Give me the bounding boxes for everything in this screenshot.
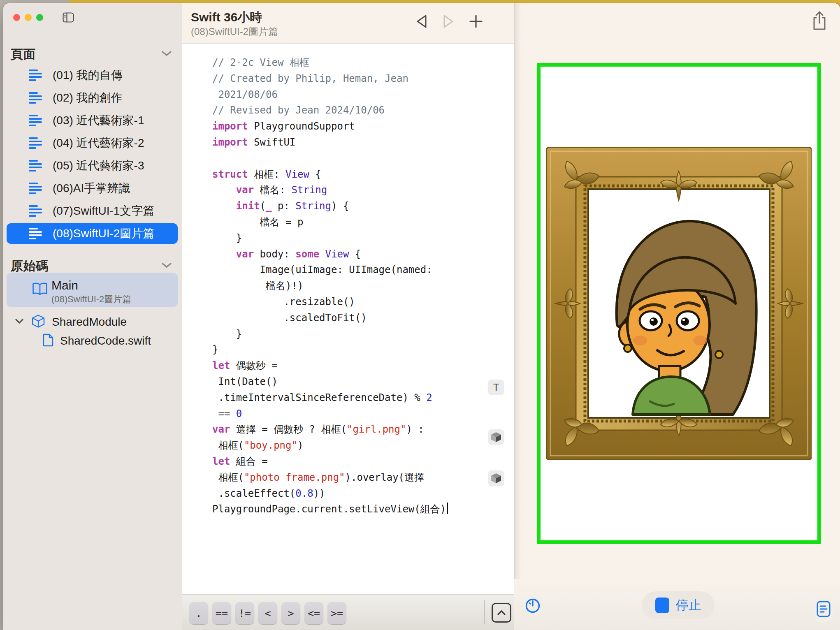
forward-button[interactable]: [439, 12, 457, 30]
log-list-icon: [817, 601, 831, 617]
cube-icon: [491, 432, 501, 442]
code-line[interactable]: struct 相框: View {: [212, 167, 490, 183]
divider: [484, 600, 485, 624]
code-line[interactable]: import SwiftUI: [212, 134, 490, 151]
shortcut-key-!=[interactable]: !=: [235, 602, 254, 624]
code-line[interactable]: import PlaygroundSupport: [212, 118, 490, 134]
sidebar-item-page-2[interactable]: (02) 我的創作: [7, 88, 178, 108]
code-line[interactable]: 2021/08/06: [212, 87, 490, 103]
source-section-header: 原始碼: [11, 258, 49, 275]
code-line[interactable]: // Revised by Jean 2024/10/06: [212, 102, 490, 118]
shortcut-key->[interactable]: >: [281, 602, 300, 624]
result-button-view-1[interactable]: [488, 429, 504, 445]
app-window: 頁面 (01) 我的自傳(02) 我的創作(03) 近代藝術家-1(04) 近代…: [3, 3, 840, 630]
shortcut-key-<[interactable]: <: [258, 602, 277, 624]
sidebar-item-page-5[interactable]: (05) 近代藝術家-3: [7, 155, 178, 176]
share-icon[interactable]: [811, 11, 829, 31]
swift-file-icon: [43, 334, 53, 348]
sidebar-item-page-1[interactable]: (01) 我的自傳: [7, 65, 178, 86]
panel-divider[interactable]: [514, 3, 521, 630]
dismiss-keyboard-button[interactable]: [492, 603, 511, 623]
code-line[interactable]: Int(Date(): [212, 374, 490, 390]
back-button[interactable]: [413, 12, 431, 30]
sidebar-item-label: (08)SwiftUI-2圖片篇: [53, 226, 154, 241]
page-lines-icon: [29, 204, 42, 218]
shortcut-key-==[interactable]: ==: [212, 602, 231, 624]
shortcut-key-<=[interactable]: <=: [304, 602, 323, 624]
cube-icon: [491, 473, 501, 484]
code-line[interactable]: [212, 151, 490, 167]
code-line[interactable]: 相框("boy.png"): [212, 438, 490, 454]
code-line[interactable]: // Created by Philip, Heman, Jean: [212, 71, 490, 87]
code-line[interactable]: }: [212, 342, 490, 358]
code-line[interactable]: let 組合 =: [212, 454, 490, 470]
close-button[interactable]: [13, 14, 20, 21]
code-line[interactable]: var 檔名: String: [212, 182, 490, 198]
code-line[interactable]: var 選擇 = 偶數秒 ? 相框("girl.png") :: [212, 422, 490, 438]
code-line[interactable]: }: [212, 230, 490, 246]
sidebar-item-label: Main: [51, 278, 78, 292]
code-line[interactable]: .resizable(): [212, 294, 490, 310]
code-text[interactable]: // 2-2c View 相框// Created by Philip, Hem…: [212, 55, 490, 517]
sidebar-item-page-8[interactable]: (08)SwiftUI-2圖片篇: [7, 223, 178, 244]
stop-square-icon: [655, 598, 669, 613]
sidebar-item-page-3[interactable]: (03) 近代藝術家-1: [7, 110, 178, 131]
code-line[interactable]: }: [212, 326, 490, 342]
page-lines-icon: [29, 158, 42, 173]
page-lines-icon: [29, 90, 42, 105]
speedometer-icon: [525, 598, 541, 614]
code-line[interactable]: Image(uiImage: UIImage(named:: [212, 262, 490, 278]
pages-section-header: 頁面: [11, 46, 36, 63]
photo-frame-image: [546, 147, 812, 460]
result-button-type[interactable]: T: [488, 380, 504, 395]
shortcut-key->=[interactable]: >=: [327, 602, 346, 624]
sidebar-item-label: (05) 近代藝術家-3: [53, 158, 144, 174]
code-line[interactable]: == 0: [212, 406, 490, 422]
stop-button[interactable]: 停止: [642, 591, 715, 619]
code-line[interactable]: .timeIntervalSinceReferenceDate) % 2: [212, 390, 490, 406]
editor-panel: Swift 36小時 (08)SwiftUI-2圖片篇 // 2-2c: [182, 3, 514, 630]
code-line[interactable]: var body: some View {: [212, 246, 490, 262]
sidebar-toggle-icon[interactable]: [63, 12, 74, 23]
sidebar-item-label: (04) 近代藝術家-2: [53, 135, 144, 151]
sidebar-item-page-6[interactable]: (06)AI手掌辨識: [7, 178, 178, 199]
earring: [624, 345, 631, 352]
code-line[interactable]: 檔名)!): [212, 278, 490, 294]
sidebar-item-label: (07)SwiftUI-1文字篇: [53, 203, 154, 219]
page-lines-icon: [29, 113, 42, 128]
add-page-button[interactable]: [467, 12, 485, 30]
sidebar-item-label: (01) 我的自傳: [53, 67, 123, 83]
text-cursor: [447, 503, 448, 514]
sidebar-item-page-4[interactable]: (04) 近代藝術家-2: [7, 133, 178, 153]
sidebar-item-main[interactable]: Main (08)SwiftUI-2圖片篇: [7, 273, 178, 307]
console-log-button[interactable]: [813, 595, 834, 623]
document-subtitle: (08)SwiftUI-2圖片篇: [191, 25, 278, 38]
chevron-down-icon[interactable]: [161, 50, 172, 57]
sidebar-item-sharedcode[interactable]: SharedCode.swift: [7, 331, 178, 351]
earring: [715, 351, 723, 358]
code-line[interactable]: // 2-2c View 相框: [212, 55, 490, 71]
code-line[interactable]: .scaleEffect(0.8)): [212, 486, 490, 502]
code-line[interactable]: init(_ p: String) {: [212, 198, 490, 214]
code-line[interactable]: 檔名 = p: [212, 214, 490, 230]
editor-header: Swift 36小時 (08)SwiftUI-2圖片篇: [182, 3, 514, 44]
code-line[interactable]: 相框("photo_frame.png").overlay(選擇: [212, 470, 490, 486]
sidebar-item-sharedmodule[interactable]: SharedModule: [7, 312, 178, 332]
zoom-button[interactable]: [36, 14, 43, 21]
shortcut-key-.[interactable]: .: [189, 602, 208, 624]
code-line[interactable]: let 偶數秒 =: [212, 358, 490, 374]
disclosure-chevron-icon[interactable]: [15, 318, 24, 326]
result-button-view-2[interactable]: [488, 470, 504, 486]
live-preview-panel: 停止: [514, 3, 840, 630]
sidebar-item-label: (02) 我的創作: [53, 90, 123, 106]
page-lines-icon: [29, 136, 42, 151]
performance-gauge-button[interactable]: [523, 596, 543, 616]
chevron-down-icon[interactable]: [161, 262, 172, 269]
sidebar-item-page-7[interactable]: (07)SwiftUI-1文字篇: [7, 201, 178, 221]
code-line[interactable]: .scaledToFit(): [212, 310, 490, 326]
page-lines-icon: [29, 226, 42, 241]
sidebar-item-label: (03) 近代藝術家-1: [53, 113, 144, 128]
code-line[interactable]: PlaygroundPage.current.setLiveView(組合): [212, 501, 490, 517]
minimize-button[interactable]: [25, 14, 32, 21]
code-editor[interactable]: // 2-2c View 相框// Created by Philip, Hem…: [182, 44, 514, 594]
